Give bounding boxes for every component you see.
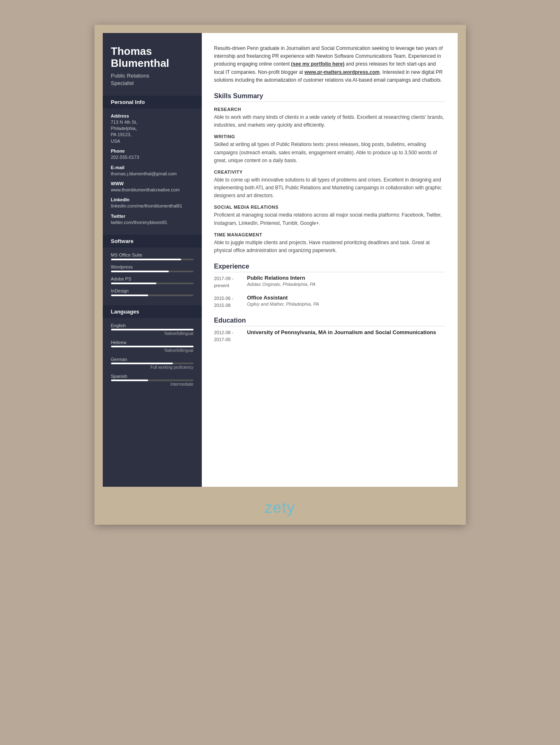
language-name: English: [111, 323, 194, 328]
exp-title: Office Assistant: [247, 295, 445, 301]
skill-bar-fill: [111, 295, 148, 296]
experience-item: 2017-09 -present Public Relations Intern…: [214, 275, 445, 289]
languages-content: English Native/billingual Hebrew Native/…: [103, 318, 202, 396]
software-title: Software: [103, 235, 202, 248]
edu-degree: University of Pennsylvania, MA in Journa…: [247, 329, 445, 336]
language-bar-fill: [111, 380, 148, 381]
language-name: German: [111, 357, 194, 362]
personal-info-content: Address 713 N 4th St,Philadelphia,PA 191…: [103, 108, 202, 235]
language-name: Hebrew: [111, 340, 194, 345]
exp-title: Public Relations Intern: [247, 275, 445, 281]
experience-item: 2015-06 -2015-08 Office Assistant Ogilvy…: [214, 295, 445, 309]
phone-item: Phone 202-555-0173: [111, 149, 194, 160]
skill-desc: Able to juggle multiple clients and proj…: [214, 239, 445, 255]
language-bar-bg: [111, 380, 194, 381]
languages-title: Languages: [103, 305, 202, 318]
language-bar-bg: [111, 346, 194, 347]
linkedin-item: LinkedIn linkedin.com/me/thomblumenthal8…: [111, 197, 194, 209]
skill-block: CREATIVITY Able to come up with innovati…: [214, 170, 445, 200]
www-item: WWW www.thomblumenthalcreative.com: [111, 181, 194, 193]
language-level: Native/billingual: [111, 348, 194, 353]
software-content: MS Office Suite Wordpress Adobe PS InDes…: [103, 248, 202, 305]
address-label: Address: [111, 113, 194, 118]
skill-block: SOCIAL MEDIA RELATIONS Proficient at man…: [214, 205, 445, 227]
skill-block: TIME MANAGEMENT Able to juggle multiple …: [214, 232, 445, 255]
twitter-value: twitter.com/thommybloom81: [111, 219, 194, 226]
language-bar-bg: [111, 329, 194, 330]
language-item: English Native/billingual: [111, 323, 194, 336]
twitter-label: Twitter: [111, 214, 194, 219]
software-skill-item: Wordpress: [111, 264, 194, 272]
main-content: Results-driven Penn graduate in Journali…: [202, 33, 458, 487]
page-wrapper: Thomas Blumenthal Public RelationsSpecia…: [95, 25, 466, 525]
skill-bar-fill: [111, 271, 169, 272]
sidebar: Thomas Blumenthal Public RelationsSpecia…: [103, 33, 202, 487]
linkedin-value: linkedin.com/me/thomblumenthal81: [111, 203, 194, 209]
experience-section: Experience 2017-09 -present Public Relat…: [214, 263, 445, 309]
skills-section-title: Skills Summary: [214, 92, 445, 102]
skill-block: WRITING Skilled at writing all types of …: [214, 134, 445, 165]
skill-desc: Skilled at writing all types of Public R…: [214, 141, 445, 165]
language-name: Spanish: [111, 374, 194, 379]
software-skill-item: MS Office Suite: [111, 252, 194, 260]
languages-section: Languages English Native/billingual Hebr…: [103, 305, 202, 396]
skill-bar-fill: [111, 283, 156, 284]
language-item: German Full working proficiency: [111, 357, 194, 370]
language-level: Intermediate: [111, 382, 194, 387]
exp-date: 2017-09 -present: [214, 275, 247, 289]
address-value: 713 N 4th St,Philadelphia,PA 19123,USA: [111, 119, 194, 145]
edu-date: 2012-08 -2017-05: [214, 329, 247, 343]
skill-heading: SOCIAL MEDIA RELATIONS: [214, 205, 445, 210]
skills-list: RESEARCH Able to work with many kinds of…: [214, 107, 445, 255]
sidebar-header: Thomas Blumenthal Public RelationsSpecia…: [103, 33, 202, 96]
skill-desc: Able to work with many kinds of clients …: [214, 113, 445, 129]
language-bar-fill: [111, 329, 194, 330]
skill-bar-fill: [111, 259, 181, 260]
exp-company: Adidas Originals, Philadelphia, PA: [247, 282, 445, 287]
zety-brand: zety: [103, 499, 458, 516]
portfolio-link[interactable]: (see my portfolio here): [291, 61, 344, 67]
phone-value: 202-555-0173: [111, 154, 194, 160]
skill-bar-bg: [111, 259, 194, 260]
education-item: 2012-08 -2017-05 University of Pennsylva…: [214, 329, 445, 343]
personal-info-section: Personal Info Address 713 N 4th St,Phila…: [103, 96, 202, 235]
language-bar-fill: [111, 346, 194, 347]
software-skill-item: InDesign: [111, 288, 194, 296]
skill-block: RESEARCH Able to work with many kinds of…: [214, 107, 445, 129]
education-section: Education 2012-08 -2017-05 University of…: [214, 317, 445, 343]
language-item: Hebrew Native/billingual: [111, 340, 194, 353]
language-bar-bg: [111, 363, 194, 364]
skill-heading: CREATIVITY: [214, 170, 445, 174]
exp-company: Ogilvy and Mather, Philadelphia, PA: [247, 302, 445, 306]
skills-section: Skills Summary RESEARCH Able to work wit…: [214, 92, 445, 255]
experience-section-title: Experience: [214, 263, 445, 272]
skill-heading: RESEARCH: [214, 107, 445, 112]
skill-bar-bg: [111, 295, 194, 296]
email-label: E-mail: [111, 165, 194, 170]
skill-heading: TIME MANAGEMENT: [214, 232, 445, 237]
summary-text: Results-driven Penn graduate in Journali…: [214, 45, 445, 84]
edu-details: University of Pennsylvania, MA in Journa…: [247, 329, 445, 343]
skill-desc: Able to come up with innovative solution…: [214, 176, 445, 200]
skill-heading: WRITING: [214, 134, 445, 139]
email-item: E-mail thomas.j.blumenthal@gmail.com: [111, 165, 194, 177]
skill-bar-bg: [111, 271, 194, 272]
language-item: Spanish Intermediate: [111, 374, 194, 387]
address-item: Address 713 N 4th St,Philadelphia,PA 191…: [111, 113, 194, 145]
www-value: www.thomblumenthalcreative.com: [111, 187, 194, 193]
blog-url-link[interactable]: www.pr-matters.wordpress.com: [305, 69, 380, 75]
skill-name: InDesign: [111, 288, 194, 293]
phone-label: Phone: [111, 149, 194, 153]
exp-details: Office Assistant Ogilvy and Mather, Phil…: [247, 295, 445, 309]
exp-date: 2015-06 -2015-08: [214, 295, 247, 309]
personal-info-title: Personal Info: [103, 96, 202, 108]
software-section: Software MS Office Suite Wordpress Adobe…: [103, 235, 202, 305]
linkedin-label: LinkedIn: [111, 197, 194, 202]
skill-desc: Proficient at managing social media rela…: [214, 211, 445, 227]
language-level: Full working proficiency: [111, 365, 194, 370]
skill-name: Wordpress: [111, 264, 194, 269]
experience-list: 2017-09 -present Public Relations Intern…: [214, 275, 445, 309]
skill-name: Adobe PS: [111, 276, 194, 281]
software-skill-item: Adobe PS: [111, 276, 194, 284]
email-value: thomas.j.blumenthal@gmail.com: [111, 171, 194, 177]
